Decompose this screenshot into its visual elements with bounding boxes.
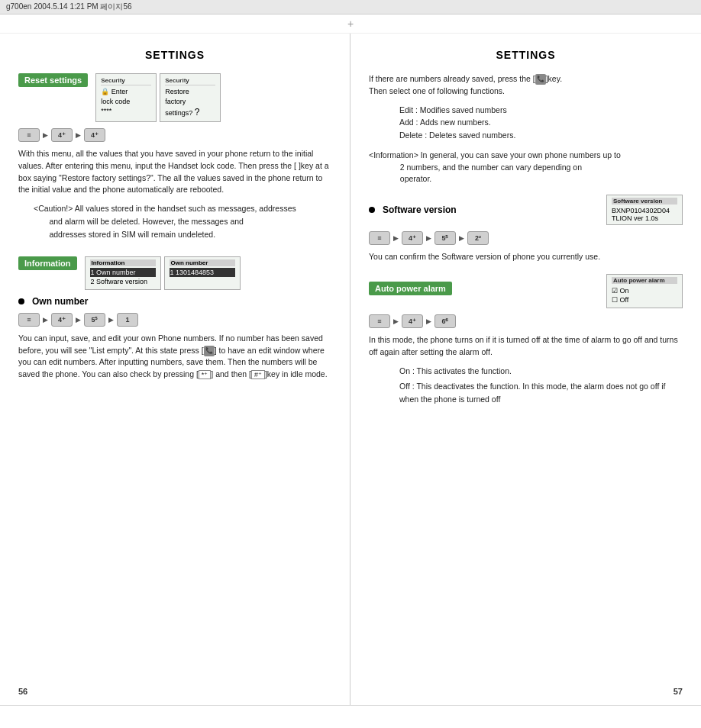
sec-screen1-row3: **** bbox=[101, 106, 151, 116]
key-1: 1 bbox=[117, 313, 138, 327]
right-intro: If there are numbers already saved, pres… bbox=[369, 73, 683, 98]
security-screen-2: Security Restore factory settings? ? bbox=[160, 73, 221, 122]
software-row1: BXNP0104302D04 bbox=[612, 207, 677, 214]
software-key-row: ≡ ▶ 4⁺ ▶ 5⁵ ▶ 2² bbox=[369, 231, 683, 245]
information-label: Information bbox=[18, 256, 77, 270]
sec-screen1-row2: lock code bbox=[101, 97, 151, 107]
reset-caution: <Caution!> All values stored in the hand… bbox=[34, 202, 331, 240]
key-5: 5⁵ bbox=[84, 313, 105, 327]
key-4-1: 4⁺ bbox=[51, 128, 73, 142]
edit-text: Modifies saved numbers bbox=[420, 105, 507, 114]
own-number-key-row: ≡ ▶ 4⁺ ▶ 5⁵ ▶ 1 bbox=[18, 313, 331, 327]
sec-screen2-row2: factory bbox=[165, 97, 215, 107]
sw-key-4: 4⁺ bbox=[402, 231, 423, 245]
auto-power-off: Off bbox=[612, 295, 677, 305]
own-num-row1: 1 1301484853 bbox=[170, 268, 235, 278]
star-key: *⁺ bbox=[199, 370, 212, 379]
ap-off-text: This deactivates the function. In this m… bbox=[399, 382, 665, 404]
reset-settings-screens: Security 🔒 Enter lock code **** Security… bbox=[95, 73, 221, 122]
software-screen: Software version BXNP0104302D04 TLION ve… bbox=[606, 195, 683, 225]
information-header-row: Information Information 1 Own number 2 S… bbox=[18, 256, 331, 290]
software-header-row: Software version Software version BXNP01… bbox=[369, 195, 683, 225]
auto-power-screen: Auto power alarm On Off bbox=[606, 274, 683, 308]
sec-screen2-row1: Restore bbox=[165, 87, 215, 97]
auto-power-header-row: Auto power alarm Auto power alarm On Off bbox=[369, 274, 683, 308]
software-dot bbox=[369, 207, 375, 213]
sw-key-5: 5⁵ bbox=[434, 231, 456, 245]
hash-key: #⁺ bbox=[251, 370, 265, 379]
function-list: Edit : Modifies saved numbers Add : Adds… bbox=[399, 104, 683, 142]
reset-para: With this menu, all the values that you … bbox=[18, 148, 331, 196]
delete-text: Deletes saved numbers. bbox=[429, 130, 515, 140]
left-page: SETTINGS Reset settings Security 🔒 Enter… bbox=[0, 34, 350, 705]
info-screen: Information 1 Own number 2 Software vers… bbox=[85, 256, 161, 290]
sec-screen2-title: Security bbox=[165, 76, 215, 85]
software-section: Software version Software version BXNP01… bbox=[369, 195, 683, 263]
left-page-num: 56 bbox=[18, 687, 27, 696]
right-section-title: SETTINGS bbox=[369, 49, 683, 61]
software-label: Software version bbox=[383, 205, 457, 215]
add-label: Add : bbox=[399, 118, 418, 127]
auto-power-para: In this mode, the phone turns on if it i… bbox=[369, 334, 683, 359]
menu-key: ≡ bbox=[18, 128, 40, 142]
own-num-title: Own number bbox=[170, 259, 235, 266]
software-row2: TLION ver 1.0s bbox=[612, 214, 677, 222]
phone-icon-2: 📞 bbox=[535, 74, 546, 85]
own-number-label: Own number bbox=[32, 296, 88, 307]
ap-key-4: 4⁺ bbox=[402, 314, 423, 328]
menu-key3: ≡ bbox=[369, 231, 390, 245]
menu-key2: ≡ bbox=[18, 313, 40, 327]
reset-key-row: ≡ ▶ 4⁺ ▶ 4⁺ bbox=[18, 128, 331, 142]
auto-power-section: Auto power alarm Auto power alarm On Off… bbox=[369, 274, 683, 406]
ap-off-label: Off : bbox=[399, 382, 415, 391]
information-screens: Information 1 Own number 2 Software vers… bbox=[85, 256, 241, 290]
sw-key-2: 2² bbox=[467, 231, 489, 245]
delete-label: Delete : bbox=[399, 130, 427, 140]
top-bar: g700en 2004.5.14 1:21 PM 페이지56 bbox=[0, 0, 701, 14]
key-4-2: 4⁺ bbox=[84, 128, 105, 142]
add-text: Adds new numbers. bbox=[420, 118, 491, 127]
reset-settings-header: Reset settings Security 🔒 Enter lock cod… bbox=[18, 73, 331, 122]
own-number-dot bbox=[18, 298, 24, 304]
key-4-3: 4⁺ bbox=[51, 313, 73, 327]
auto-power-label: Auto power alarm bbox=[369, 282, 452, 295]
edit-label: Edit : bbox=[399, 105, 418, 114]
ap-key-6: 6⁶ bbox=[434, 314, 456, 328]
own-number-para: You can input, save, and edit your own P… bbox=[18, 333, 331, 381]
phone-icon-1: 📞 bbox=[204, 346, 215, 356]
auto-power-key-row: ≡ ▶ 4⁺ ▶ 6⁶ bbox=[369, 314, 683, 328]
ap-on-label: On : bbox=[399, 366, 415, 375]
info-screen-title: Information bbox=[90, 259, 156, 266]
top-bar-text: g700en 2004.5.14 1:21 PM 페이지56 bbox=[6, 2, 132, 11]
right-page-num: 57 bbox=[674, 687, 683, 696]
own-num-screen: Own number 1 1301484853 bbox=[164, 256, 241, 290]
software-para: You can confirm the Software version of … bbox=[369, 251, 683, 263]
auto-power-screen-title: Auto power alarm bbox=[612, 277, 677, 284]
auto-power-on: On bbox=[612, 286, 677, 296]
software-screen-title: Software version bbox=[612, 198, 677, 205]
info-row2: 2 Software version bbox=[90, 277, 156, 287]
info-note: <Information> In general, you can save y… bbox=[369, 150, 683, 185]
bottom-area bbox=[0, 705, 701, 728]
left-section-title: SETTINGS bbox=[18, 49, 331, 61]
reset-settings-label: Reset settings bbox=[18, 73, 88, 87]
auto-power-details: On : This activates the function. Off : … bbox=[399, 365, 683, 406]
sec-screen2-row3: settings? ? bbox=[165, 106, 215, 119]
sec-screen1-title: Security bbox=[101, 76, 151, 85]
menu-key4: ≡ bbox=[369, 314, 390, 328]
sec-screen1-row1: 🔒 Enter bbox=[101, 87, 151, 97]
security-screen-1: Security 🔒 Enter lock code **** bbox=[95, 73, 157, 122]
info-row1: 1 Own number bbox=[90, 268, 156, 278]
own-number-row: Own number bbox=[18, 296, 331, 307]
ap-on-text: This activates the function. bbox=[417, 366, 512, 375]
right-page: SETTINGS If there are numbers already sa… bbox=[350, 34, 701, 705]
